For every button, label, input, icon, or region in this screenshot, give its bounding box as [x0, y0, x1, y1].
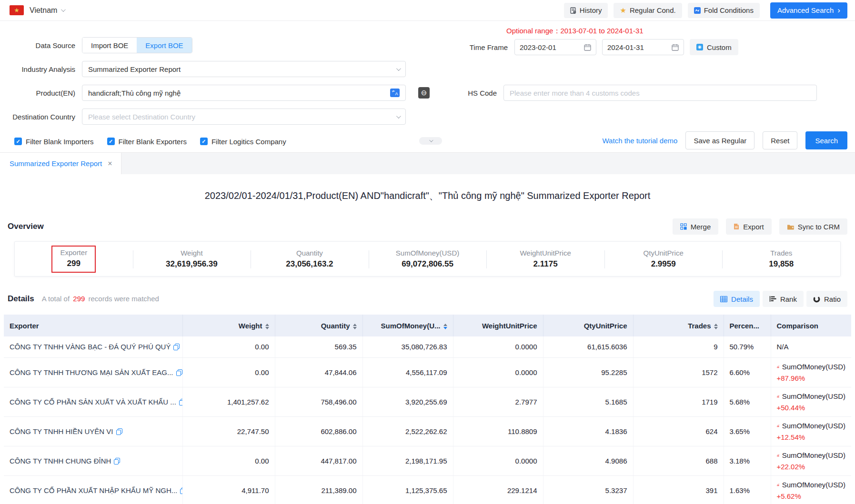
copy-icon[interactable] — [176, 369, 182, 376]
exporter-name[interactable]: CÔNG TY TNHH VÀNG BẠC - ĐÁ QUÝ PHÚ QUÝ — [10, 343, 171, 351]
filter-blank-importers-checkbox[interactable]: ✓ Filter Blank Importers — [14, 138, 94, 146]
date-from-field[interactable]: 2023-02-01 — [514, 39, 596, 55]
stat-qty-unit-price: QtyUnitPrice 2.9959 — [604, 242, 723, 276]
export-boe-tab[interactable]: Export BOE — [137, 38, 191, 53]
filter-blank-exporters-checkbox[interactable]: ✓ Filter Blank Exporters — [107, 138, 187, 146]
copy-icon[interactable] — [173, 344, 180, 350]
history-button[interactable]: History — [564, 3, 608, 18]
exporter-name[interactable]: CÔNG TY CỔ PHẦN SẢN XUẤT VÀ XUẤT KHẨU ..… — [10, 398, 176, 406]
trend-up-icon — [777, 452, 779, 459]
copy-icon[interactable] — [116, 428, 122, 435]
header-sum-of-money[interactable]: SumOfMoney(U... — [362, 315, 453, 336]
cell-sum: 35,080,726.83 — [362, 336, 453, 357]
search-button[interactable]: Search — [805, 131, 847, 149]
header-quantity[interactable]: Quantity — [275, 315, 362, 336]
cell-weight-unit-price: 0.0000 — [453, 336, 543, 357]
save-as-regular-button[interactable]: Save as Regular — [685, 131, 754, 149]
cell-weight: 4,911.70 — [182, 475, 275, 504]
chevron-down-icon — [396, 66, 401, 71]
view-ratio-button[interactable]: Ratio — [806, 291, 847, 307]
destination-country-label: Destination Country — [0, 113, 82, 121]
details-table: Exporter Weight Quantity SumOfMoney(U...… — [4, 315, 851, 504]
merge-icon — [680, 223, 687, 230]
report-title: 2023/02/01-2024/01/31,Product(EN) AND"ha… — [0, 189, 855, 202]
cell-quantity: 569.35 — [275, 336, 362, 357]
cell-qty-unit-price: 95.2285 — [543, 357, 633, 387]
cell-weight: 0.00 — [182, 336, 275, 357]
cell-trades: 1719 — [633, 387, 724, 416]
chevron-right-icon: › — [837, 6, 840, 14]
cell-percent: 1.63% — [724, 475, 771, 504]
stat-sum-of-money: SumOfMoney(USD) 69,072,806.55 — [369, 242, 487, 276]
calendar-icon — [672, 44, 679, 51]
destination-country-select[interactable]: Please select Destination Country — [82, 109, 406, 125]
table-header-row: Exporter Weight Quantity SumOfMoney(U...… — [4, 315, 851, 336]
view-rank-button[interactable]: Rank — [763, 291, 804, 307]
header-exporter: Exporter — [4, 315, 182, 336]
copy-icon[interactable] — [180, 487, 182, 494]
tab-summarized-exporter-report[interactable]: Summarized Exporter Report × — [0, 153, 121, 174]
cell-trades: 688 — [633, 446, 724, 475]
cell-sum: 3,920,255.69 — [362, 387, 453, 416]
cell-comparison: SumOfMoney(USD) +12.54% — [771, 416, 851, 446]
cell-comparison: N/A — [771, 336, 851, 357]
header-weight[interactable]: Weight — [182, 315, 275, 336]
header-comparison: Comparison — [771, 315, 851, 336]
table-row: CÔNG TY CỔ PHẦN SẢN XUẤT VÀ XUẤT KHẨU ..… — [4, 387, 851, 416]
cell-weight-unit-price: 2.7977 — [453, 387, 543, 416]
table-row: CÔNG TY TNHH CHUNG ĐỈNH 0.00 447,817.00 … — [4, 446, 851, 475]
sync-to-crm-button[interactable]: Sync to CRM — [779, 218, 847, 235]
translate-icon[interactable]: A — [390, 89, 400, 97]
filter-logitics-company-checkbox[interactable]: ✓ Filter Logitics Company — [200, 138, 286, 146]
regular-cond-button[interactable]: ★ Regular Cond. — [614, 3, 682, 18]
checkbox-checked-icon: ✓ — [107, 138, 115, 145]
sort-icon — [714, 324, 718, 329]
header-qty-unit-price: QtyUnitPrice — [543, 315, 633, 336]
exporter-name[interactable]: CÔNG TY TNHH HIỀN UYÊN VI — [10, 427, 113, 435]
tutorial-demo-link[interactable]: Watch the tutorial demo — [603, 137, 678, 145]
cell-weight-unit-price: 229.1214 — [453, 475, 543, 504]
copy-icon[interactable] — [179, 399, 182, 405]
export-button[interactable]: Export — [726, 218, 771, 235]
result-tab-bar: Summarized Exporter Report × — [0, 152, 855, 174]
cell-quantity: 211,389.00 — [275, 475, 362, 504]
header-percent: Percen... — [724, 315, 771, 336]
cell-sum: 2,522,262.62 — [362, 416, 453, 446]
search-form: Optional range：2013-07-01 to 2024-01-31 … — [0, 21, 855, 152]
cell-weight: 0.00 — [182, 357, 275, 387]
exporter-name[interactable]: CÔNG TY TNHH THƯƠNG MẠI SẢN XUẤT EAG... — [10, 368, 173, 376]
close-icon[interactable]: × — [108, 159, 112, 168]
merge-button[interactable]: Merge — [673, 218, 719, 235]
cell-qty-unit-price: 4.9086 — [543, 446, 633, 475]
crm-folder-icon — [787, 224, 794, 230]
checkbox-checked-icon: ✓ — [200, 138, 208, 145]
time-frame-label: Time Frame — [448, 43, 514, 51]
country-selector[interactable]: ★ Vietnam — [10, 5, 64, 15]
collapse-conditions-handle[interactable] — [419, 137, 442, 145]
exporter-name[interactable]: CÔNG TY CỔ PHẦN XUẤT NHẬP KHẨU MỸ NGH... — [10, 486, 177, 494]
advanced-search-button[interactable]: Advanced Search › — [770, 2, 847, 19]
custom-icon — [696, 44, 703, 50]
cell-qty-unit-price: 5.1685 — [543, 387, 633, 416]
cell-sum: 1,125,375.65 — [362, 475, 453, 504]
table-row: CÔNG TY TNHH HIỀN UYÊN VI 22,747.50 602,… — [4, 416, 851, 446]
product-en-input[interactable] — [88, 89, 386, 97]
import-boe-tab[interactable]: Import BOE — [82, 38, 137, 53]
exporter-name[interactable]: CÔNG TY TNHH CHUNG ĐỈNH — [10, 457, 111, 465]
copy-icon[interactable] — [114, 458, 120, 464]
chevron-down-icon — [429, 138, 433, 142]
exclude-keyword-icon[interactable]: ⊖ — [418, 87, 430, 99]
industry-analysis-select[interactable]: Summarized Exporter Report — [82, 61, 406, 77]
hs-code-input[interactable] — [510, 89, 811, 97]
header-trades[interactable]: Trades — [633, 315, 724, 336]
custom-range-button[interactable]: Custom — [690, 39, 738, 55]
reset-button[interactable]: Reset — [763, 131, 797, 149]
cell-weight: 1,401,257.62 — [182, 387, 275, 416]
rank-bars-icon — [769, 296, 776, 302]
date-to-field[interactable]: 2024-01-31 — [602, 39, 684, 55]
cell-percent: 50.79% — [724, 336, 771, 357]
fold-conditions-button[interactable]: Fold Conditions — [688, 3, 760, 18]
cell-sum: 4,556,117.09 — [362, 357, 453, 387]
view-details-button[interactable]: Details — [714, 291, 760, 307]
cell-trades: 9 — [633, 336, 724, 357]
